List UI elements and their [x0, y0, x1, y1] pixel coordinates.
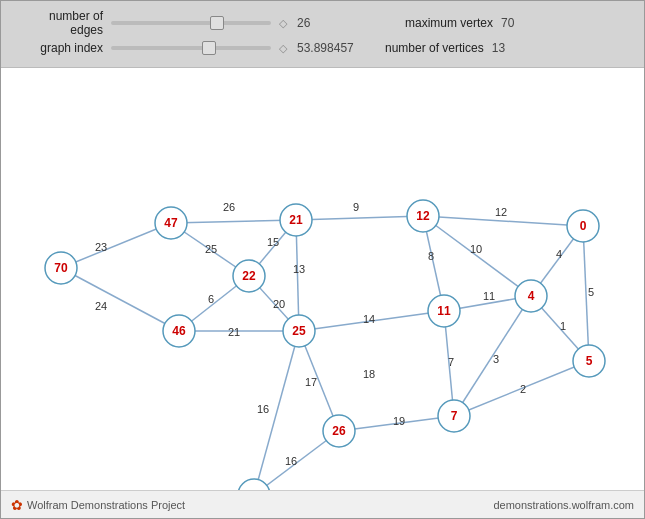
edge-label-7-4: 3 [493, 353, 499, 365]
edge-label-70-47: 23 [95, 241, 107, 253]
edge-label-12-4: 10 [470, 243, 482, 255]
edge-label-0-5: 5 [588, 286, 594, 298]
wolfram-logo: ✿ Wolfram Demonstrations Project [11, 497, 185, 513]
graph-svg: 2324262521201716161914913871112104152315… [1, 68, 644, 508]
edge-21-12 [296, 216, 423, 220]
edge-label-25-21: 13 [293, 263, 305, 275]
node-26[interactable]: 26 [323, 415, 355, 447]
num-vertices-value: 13 [492, 41, 562, 55]
wolfram-icon: ✿ [11, 497, 23, 513]
node-label-47: 47 [164, 216, 178, 230]
node-21[interactable]: 21 [280, 204, 312, 236]
edge-label-26-7: 19 [393, 415, 405, 427]
edge-70-46 [61, 268, 179, 331]
node-70[interactable]: 70 [45, 252, 77, 284]
node-46[interactable]: 46 [163, 315, 195, 347]
node-label-0: 0 [580, 219, 587, 233]
index-value: 53.898457 [297, 41, 367, 55]
node-label-26: 26 [332, 424, 346, 438]
edge-label-11-12: 8 [428, 250, 434, 262]
node-label-25: 25 [292, 324, 306, 338]
node-7[interactable]: 7 [438, 400, 470, 432]
edges-slider-thumb[interactable] [210, 16, 224, 30]
edge-label-47-22: 25 [205, 243, 217, 255]
edge-label-11-7: 7 [448, 356, 454, 368]
edge-47-21 [171, 220, 296, 223]
node-label-21: 21 [289, 213, 303, 227]
graph-area: 2324262521201716161914913871112104152315… [1, 68, 644, 508]
controls-panel: number of edges ◇ 26 maximum vertex 70 g… [1, 1, 644, 68]
edge-label-42-26: 16 [285, 455, 297, 467]
node-0[interactable]: 0 [567, 210, 599, 242]
node-label-46: 46 [172, 324, 186, 338]
node-5[interactable]: 5 [573, 345, 605, 377]
node-25[interactable]: 25 [283, 315, 315, 347]
edge-label-25-26: 17 [305, 376, 317, 388]
node-label-4: 4 [528, 289, 535, 303]
edge-label-46-25: 21 [228, 326, 240, 338]
edge-label-46-22: 6 [208, 293, 214, 305]
edge-label-25-11: 14 [363, 313, 375, 325]
node-11[interactable]: 11 [428, 295, 460, 327]
node-label-22: 22 [242, 269, 256, 283]
max-vertex-value: 70 [501, 16, 571, 30]
footer: ✿ Wolfram Demonstrations Project demonst… [1, 490, 644, 518]
num-vertices-label: number of vertices [385, 41, 484, 55]
url-label: demonstrations.wolfram.com [493, 499, 634, 511]
edge-label-4-0: 4 [556, 248, 562, 260]
edge-label-47-21: 26 [223, 201, 235, 213]
edge-label-11-4: 11 [483, 290, 495, 302]
node-12[interactable]: 12 [407, 200, 439, 232]
edges-label: number of edges [13, 9, 103, 37]
node-label-70: 70 [54, 261, 68, 275]
node-label-11: 11 [437, 304, 451, 318]
index-slider-track [111, 46, 271, 50]
edge-label-4-5: 1 [560, 320, 566, 332]
edges-value: 26 [297, 16, 367, 30]
node-22[interactable]: 22 [233, 260, 265, 292]
edge-label-12-0: 12 [495, 206, 507, 218]
index-slider-thumb[interactable] [202, 41, 216, 55]
edges-slider-track [111, 21, 271, 25]
node-label-5: 5 [586, 354, 593, 368]
edge-label-21-12: 9 [353, 201, 359, 213]
edge-label-70-46: 24 [95, 300, 107, 312]
max-vertex-label: maximum vertex [405, 16, 493, 30]
brand-label: Wolfram Demonstrations Project [27, 499, 185, 511]
node-label-7: 7 [451, 409, 458, 423]
edge-70-47 [61, 223, 171, 268]
node-4[interactable]: 4 [515, 280, 547, 312]
node-label-12: 12 [416, 209, 430, 223]
edge-label-22-25: 20 [273, 298, 285, 310]
edge-label-22-21: 15 [267, 236, 279, 248]
node-47[interactable]: 47 [155, 207, 187, 239]
edge-label-5-7: 2 [520, 383, 526, 395]
edge-label-25-7: 18 [363, 368, 375, 380]
edge-label-42-25: 16 [257, 403, 269, 415]
index-label: graph index [13, 41, 103, 55]
edge-12-4 [423, 216, 531, 296]
